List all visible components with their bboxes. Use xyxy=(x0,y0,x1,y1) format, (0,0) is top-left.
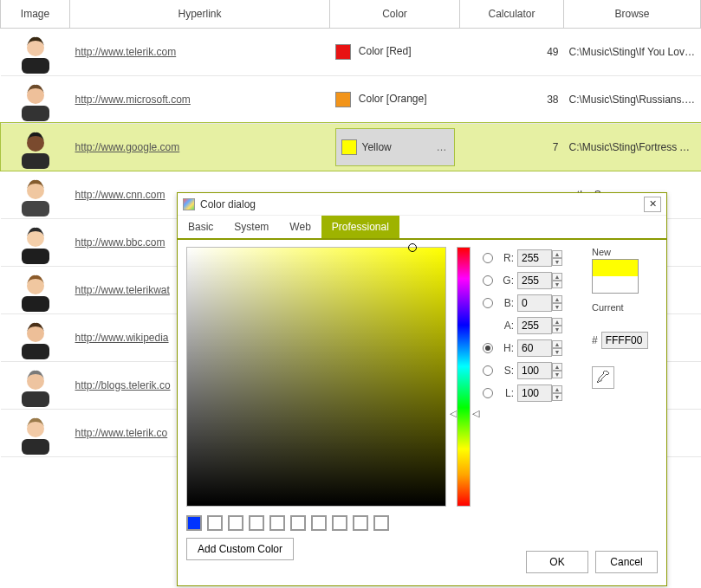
new-label: New xyxy=(592,247,652,257)
spin-up[interactable]: ▲ xyxy=(552,318,562,326)
radio-h[interactable] xyxy=(483,343,493,353)
calculator-cell[interactable]: 38 xyxy=(460,75,564,123)
hyperlink[interactable]: http://www.microsoft.com xyxy=(75,94,191,106)
radio-s[interactable] xyxy=(483,365,493,376)
avatar xyxy=(18,411,53,455)
eyedropper-button[interactable] xyxy=(592,366,614,389)
calculator-cell[interactable]: 49 xyxy=(460,28,564,75)
svg-rect-14 xyxy=(22,391,49,407)
spin-down[interactable]: ▼ xyxy=(552,393,562,401)
table-row[interactable]: http://www.telerik.com Color [Red] 49 C:… xyxy=(1,28,701,75)
label-s: S: xyxy=(497,365,514,377)
input-h[interactable] xyxy=(517,339,552,357)
hyperlink[interactable]: http://www.cnn.com xyxy=(75,189,166,201)
ellipsis-button[interactable]: … xyxy=(437,141,447,153)
calculator-cell[interactable]: 7 xyxy=(460,123,564,171)
color-swatch xyxy=(341,139,357,155)
preview-new xyxy=(593,260,638,276)
color-cell[interactable]: Color [Red] xyxy=(330,28,460,75)
input-a[interactable] xyxy=(517,317,552,334)
sv-arrow-left: ◁ xyxy=(450,408,457,419)
radio-g[interactable] xyxy=(483,275,493,286)
svg-rect-4 xyxy=(22,153,49,169)
avatar xyxy=(18,221,53,264)
input-b[interactable] xyxy=(517,294,552,312)
svg-rect-10 xyxy=(22,296,49,312)
browse-cell[interactable]: C:\Music\Sting\If You Love S xyxy=(564,28,701,75)
spin-down[interactable]: ▼ xyxy=(552,326,562,333)
col-browse[interactable]: Browse xyxy=(564,0,701,28)
hue-slider[interactable] xyxy=(457,247,471,457)
radio-b[interactable] xyxy=(483,298,493,308)
col-image[interactable]: Image xyxy=(1,0,70,28)
sv-cursor[interactable] xyxy=(408,243,417,252)
spin-up[interactable]: ▲ xyxy=(552,250,562,258)
label-a: A: xyxy=(497,320,514,332)
close-button[interactable]: ✕ xyxy=(644,197,661,212)
input-l[interactable] xyxy=(517,384,552,402)
tab-system[interactable]: System xyxy=(224,216,279,238)
hyperlink[interactable]: http://www.bbc.com xyxy=(75,236,166,249)
input-s[interactable] xyxy=(517,362,552,379)
browse-cell[interactable]: C:\Music\Sting\Russians.wav xyxy=(564,75,701,123)
spin-down[interactable]: ▼ xyxy=(552,303,562,311)
color-label: Color [Orange] xyxy=(359,93,427,105)
current-label: Current xyxy=(592,302,652,313)
hex-hash: # xyxy=(592,334,598,346)
dialog-titlebar[interactable]: Color dialog ✕ xyxy=(178,193,666,216)
preview-current xyxy=(593,276,638,293)
radio-r[interactable] xyxy=(483,253,493,263)
avatar xyxy=(18,78,53,121)
tab-web[interactable]: Web xyxy=(279,216,321,238)
hyperlink[interactable]: http://www.telerikwat xyxy=(75,284,170,296)
color-label: Yellow xyxy=(362,141,392,153)
browse-cell[interactable]: C:\Music\Sting\Fortress Aroun xyxy=(564,123,701,171)
col-color[interactable]: Color xyxy=(330,0,460,28)
avatar xyxy=(18,173,53,216)
table-row[interactable]: http://www.google.com Yellow … 7 C:\Musi… xyxy=(1,123,701,171)
hue-arrow-right: ◁ xyxy=(472,408,479,419)
tab-basic[interactable]: Basic xyxy=(178,216,224,238)
spin-up[interactable]: ▲ xyxy=(552,295,562,303)
dialog-icon xyxy=(183,198,195,210)
spin-down[interactable]: ▼ xyxy=(552,371,562,378)
color-editor-cell[interactable]: Yellow … xyxy=(335,128,455,166)
avatar xyxy=(18,364,53,407)
label-l: L: xyxy=(497,387,514,399)
input-r[interactable] xyxy=(517,249,552,267)
color-swatch xyxy=(335,92,351,107)
label-h: H: xyxy=(497,342,514,354)
spin-down[interactable]: ▼ xyxy=(552,281,562,288)
preview-panel: New Current # xyxy=(592,247,652,389)
hyperlink[interactable]: http://blogs.telerik.co xyxy=(75,379,171,391)
hex-input[interactable] xyxy=(601,332,648,349)
input-g[interactable] xyxy=(517,272,552,289)
spin-up[interactable]: ▲ xyxy=(552,340,562,348)
col-hyperlink[interactable]: Hyperlink xyxy=(70,0,330,28)
spin-down[interactable]: ▼ xyxy=(552,348,562,356)
spin-up[interactable]: ▲ xyxy=(552,385,562,393)
tab-professional[interactable]: Professional xyxy=(321,216,399,238)
hyperlink[interactable]: http://www.telerik.co xyxy=(75,427,168,439)
hyperlink[interactable]: http://www.telerik.com xyxy=(75,46,177,58)
dialog-title: Color dialog xyxy=(200,198,256,210)
input-row-g: G: ▲▼ xyxy=(483,269,587,292)
color-cell[interactable]: Color [Orange] xyxy=(330,75,460,123)
color-cell[interactable]: Yellow … xyxy=(330,123,460,171)
input-row-r: R: ▲▼ xyxy=(483,247,587,269)
table-row[interactable]: http://www.microsoft.com Color [Orange] … xyxy=(1,75,701,123)
spin-up[interactable]: ▲ xyxy=(552,363,562,371)
hyperlink[interactable]: http://www.google.com xyxy=(75,141,180,153)
avatar xyxy=(18,30,53,74)
spin-up[interactable]: ▲ xyxy=(552,273,562,281)
saturation-value-picker[interactable] xyxy=(186,247,446,457)
svg-rect-0 xyxy=(22,58,49,74)
col-calculator[interactable]: Calculator xyxy=(460,0,564,28)
input-row-b: B: ▲▼ xyxy=(483,292,587,314)
spin-down[interactable]: ▼ xyxy=(552,258,562,266)
color-dialog: Color dialog ✕ BasicSystemWebProfessiona… xyxy=(177,192,667,457)
radio-l[interactable] xyxy=(483,388,493,398)
hyperlink[interactable]: http://www.wikipedia xyxy=(75,332,169,344)
input-row-l: L: ▲▼ xyxy=(483,382,587,404)
color-label: Color [Red] xyxy=(359,45,412,57)
